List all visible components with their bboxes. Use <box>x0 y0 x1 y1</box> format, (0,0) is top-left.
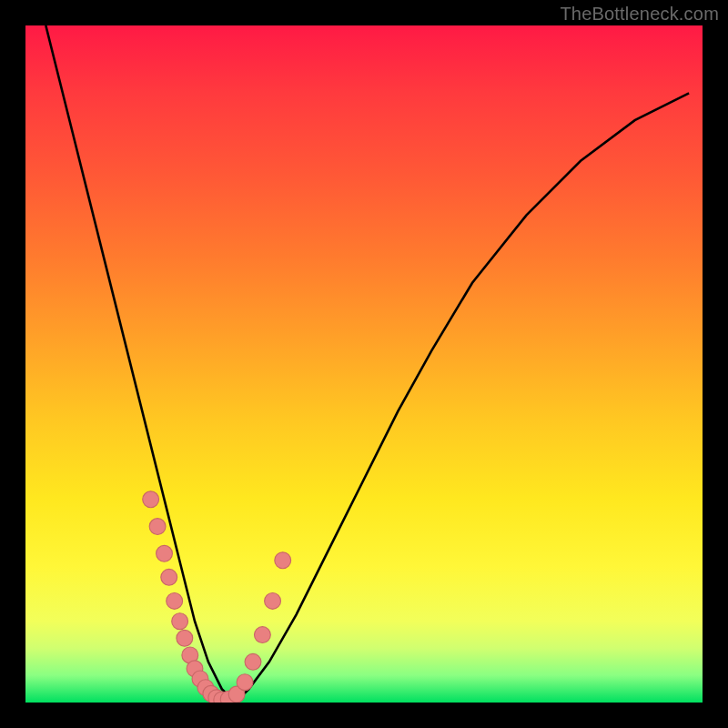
sample-dots <box>143 491 291 703</box>
bottleneck-curve <box>46 25 689 703</box>
chart-frame <box>25 25 703 703</box>
sample-dot <box>245 653 261 670</box>
watermark-text: TheBottleneck.com <box>560 4 719 25</box>
chart-svg <box>25 25 703 703</box>
sample-dot <box>275 552 291 569</box>
sample-dot <box>157 545 173 561</box>
sample-dot <box>237 674 253 691</box>
sample-dot <box>161 569 177 585</box>
sample-dot <box>172 613 188 630</box>
sample-dot <box>167 592 183 609</box>
sample-dot <box>254 627 270 643</box>
sample-dot <box>177 630 193 646</box>
sample-dot <box>265 592 281 609</box>
sample-dot <box>143 491 159 508</box>
sample-dot <box>149 519 166 535</box>
